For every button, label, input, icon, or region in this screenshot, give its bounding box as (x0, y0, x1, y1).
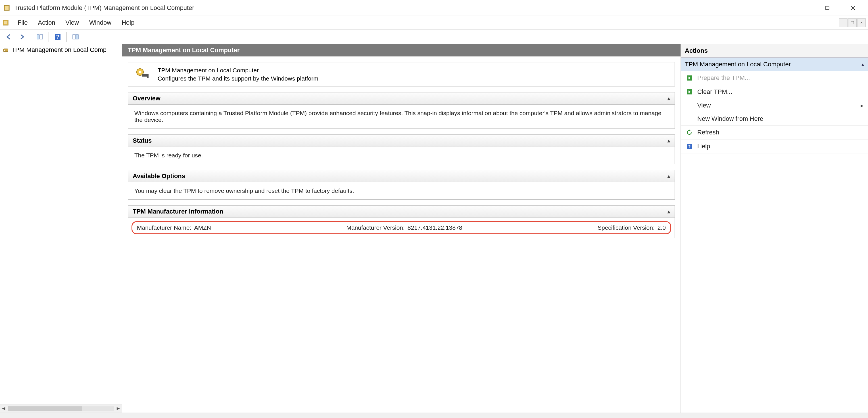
action-view-submenu[interactable]: View ▸ (681, 99, 868, 112)
show-hide-tree-button[interactable] (34, 31, 46, 43)
details-pane: TPM Management on Local Computer TPM Man… (122, 44, 681, 413)
tpm-node-icon (2, 46, 10, 54)
tree-node-tpm-management[interactable]: TPM Management on Local Comp (0, 44, 122, 56)
svg-point-17 (138, 71, 142, 73)
mdi-restore-button[interactable]: ❐ (848, 19, 857, 27)
menu-help[interactable]: Help (117, 17, 140, 28)
console-tree-pane: TPM Management on Local Comp ◄ ► (0, 44, 122, 413)
section-title: Status (133, 137, 152, 144)
section-title: TPM Manufacturer Information (133, 208, 223, 215)
show-hide-action-pane-button[interactable] (70, 31, 82, 43)
collapse-icon: ▴ (668, 138, 670, 144)
titlebar: Trusted Platform Module (TPM) Management… (0, 0, 868, 16)
collapse-icon: ▴ (668, 173, 670, 179)
action-label: Clear TPM... (697, 88, 732, 96)
section-title: Available Options (133, 172, 185, 180)
section-options-header[interactable]: Available Options ▴ (128, 170, 675, 182)
workarea: TPM Management on Local Comp ◄ ► TPM Man… (0, 44, 868, 413)
action-label: View (697, 102, 711, 109)
menu-action[interactable]: Action (33, 17, 60, 28)
collapse-icon: ▴ (668, 95, 670, 102)
svg-text:?: ? (688, 144, 690, 149)
menubar: File Action View Window Help _ ❐ × (0, 16, 868, 30)
toolbar-separator (31, 32, 31, 42)
window-minimize-button[interactable] (789, 0, 815, 16)
svg-point-15 (4, 49, 5, 51)
menu-window[interactable]: Window (84, 17, 117, 28)
action-clear-tpm[interactable]: Clear TPM... (681, 85, 868, 99)
section-mfr-header[interactable]: TPM Manufacturer Information ▴ (128, 206, 675, 218)
menu-file[interactable]: File (12, 17, 33, 28)
action-label: Prepare the TPM... (697, 74, 750, 82)
action-new-window[interactable]: New Window from Here (681, 112, 868, 126)
spec-version-value: 2.0 (657, 224, 666, 231)
svg-rect-7 (4, 21, 7, 24)
actions-group-header[interactable]: TPM Management on Local Computer ▴ (681, 58, 868, 71)
svg-rect-12 (73, 35, 75, 39)
details-header: TPM Management on Local Computer (122, 44, 681, 57)
section-options-body: You may clear the TPM to remove ownershi… (128, 182, 675, 199)
toolbar-separator (49, 32, 49, 42)
tpm-key-icon (134, 66, 151, 83)
chevron-right-icon: ▸ (861, 102, 864, 109)
action-label: Help (697, 143, 710, 150)
tree-node-label: TPM Management on Local Comp (11, 46, 106, 54)
window-title: Trusted Platform Module (TPM) Management… (14, 4, 194, 12)
action-refresh[interactable]: Refresh (681, 126, 868, 140)
description-subtitle: Configures the TPM and its support by th… (158, 74, 318, 82)
mfr-name-label: Manufacturer Name: (137, 224, 191, 231)
action-prepare-tpm: Prepare the TPM... (681, 71, 868, 85)
action-label: New Window from Here (697, 115, 763, 123)
mdi-minimize-button[interactable]: _ (839, 19, 847, 27)
help-icon: ? (685, 142, 693, 150)
svg-rect-8 (37, 35, 39, 39)
action-label: Refresh (697, 129, 719, 136)
refresh-icon (685, 129, 693, 136)
help-button[interactable]: ? (52, 31, 64, 43)
scroll-right-icon[interactable]: ► (116, 406, 121, 412)
action-help[interactable]: ? Help (681, 140, 868, 153)
section-overview: Overview ▴ Windows computers containing … (128, 92, 675, 129)
toolbar: ? (0, 30, 868, 44)
scroll-left-icon[interactable]: ◄ (1, 406, 6, 412)
window-maximize-button[interactable] (815, 0, 840, 16)
section-status: Status ▴ The TPM is ready for use. (128, 134, 675, 164)
window-close-button[interactable] (840, 0, 866, 16)
nav-back-button[interactable] (3, 31, 15, 43)
mfr-version-value: 8217.4131.22.13878 (408, 224, 462, 231)
toolbar-separator (66, 32, 67, 42)
svg-rect-19 (147, 77, 149, 78)
section-overview-header[interactable]: Overview ▴ (128, 93, 675, 105)
svg-rect-13 (76, 35, 79, 39)
mmc-icon (1, 18, 10, 27)
menu-view[interactable]: View (61, 17, 84, 28)
actions-pane: Actions TPM Management on Local Computer… (681, 44, 868, 413)
actions-group-label: TPM Management on Local Computer (685, 61, 791, 68)
mfr-name-value: AMZN (194, 224, 211, 231)
description-block: TPM Management on Local Computer Configu… (128, 62, 675, 86)
collapse-icon: ▴ (862, 61, 864, 68)
tree-horizontal-scrollbar[interactable]: ◄ ► (0, 404, 122, 413)
arrow-right-green-icon (685, 88, 693, 96)
actions-pane-title: Actions (681, 44, 868, 58)
svg-rect-18 (142, 74, 149, 77)
description-title: TPM Management on Local Computer (158, 66, 318, 74)
statusbar (0, 413, 868, 418)
mfr-version-label: Manufacturer Version: (346, 224, 404, 231)
mdi-close-button[interactable]: × (857, 19, 866, 27)
collapse-icon: ▴ (668, 208, 670, 215)
arrow-right-green-icon (685, 74, 693, 82)
svg-text:?: ? (56, 34, 59, 40)
nav-forward-button[interactable] (16, 31, 28, 43)
section-overview-body: Windows computers containing a Trusted P… (128, 105, 675, 129)
section-title: Overview (133, 95, 160, 102)
section-status-header[interactable]: Status ▴ (128, 135, 675, 147)
app-icon (2, 3, 11, 12)
svg-rect-1 (5, 6, 8, 10)
spec-version-label: Specification Version: (598, 224, 655, 231)
section-manufacturer-info: TPM Manufacturer Information ▴ Manufactu… (128, 205, 675, 238)
svg-rect-3 (826, 6, 829, 10)
section-available-options: Available Options ▴ You may clear the TP… (128, 170, 675, 200)
section-status-body: The TPM is ready for use. (128, 147, 675, 164)
manufacturer-row-highlighted: Manufacturer Name: AMZN Manufacturer Ver… (131, 221, 671, 234)
